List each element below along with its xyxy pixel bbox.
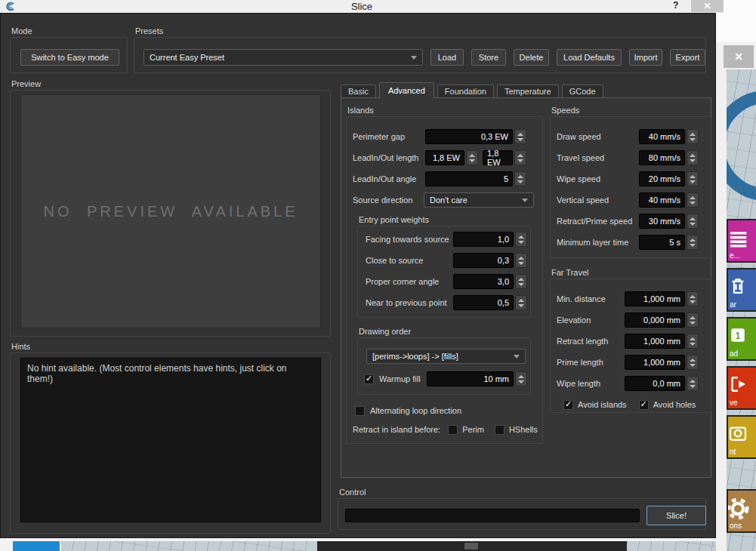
wipe-speed-stepper[interactable] (687, 171, 699, 186)
background-slice-button[interactable]: e... (727, 219, 756, 263)
no-preview-text: NO PREVIEW AVAILABLE (43, 203, 298, 220)
chevron-down-icon (514, 355, 520, 359)
load-stl-icon: 1 (727, 324, 751, 346)
drawing-order-select[interactable]: [perims->loops] -> [fills] (366, 349, 526, 364)
wipe-length-field[interactable]: 0,0 mm (625, 376, 685, 391)
leadinout-angle-field[interactable]: 5 (425, 171, 513, 186)
export-button[interactable]: Export (670, 49, 705, 66)
perimeter-gap-stepper[interactable] (514, 129, 526, 144)
switch-to-easy-mode-button[interactable]: Switch to Easy mode (20, 49, 119, 66)
window-title: Slice (0, 1, 724, 12)
help-button[interactable]: ? (673, 0, 678, 11)
proper-corner-angle-stepper[interactable] (515, 274, 527, 289)
background-options-button[interactable]: ons (727, 489, 756, 533)
source-direction-select[interactable]: Don't care (424, 192, 534, 208)
min-distance-field[interactable]: 1,000 mm (625, 291, 685, 306)
warmup-fill-stepper[interactable] (515, 371, 527, 386)
elevation-field[interactable]: 0,000 mm (625, 312, 685, 328)
close-icon[interactable]: ✕ (691, 0, 724, 12)
load-button[interactable]: Load (430, 49, 464, 66)
background-clear-button[interactable]: ar (727, 268, 756, 312)
far-travel-row: Elevation 0,000 mm (557, 312, 699, 328)
background-grid (627, 541, 716, 551)
far-travel-row: Prime length 1,000 mm (557, 355, 699, 370)
vertical-speed-field[interactable]: 40 mm/s (639, 192, 685, 208)
retract-length-label: Retract length (557, 337, 608, 346)
mode-group-label: Mode (11, 26, 32, 35)
facing-towards-source-stepper[interactable] (515, 232, 527, 247)
delete-button[interactable]: Delete (514, 49, 549, 66)
hints-group: Hints No hint available. (Most control e… (10, 352, 331, 534)
perimeter-gap-field[interactable]: 0,3 EW (425, 129, 513, 144)
leadinout-length-stepper-1[interactable] (466, 150, 478, 165)
retract-hshells-checkbox[interactable] (495, 425, 505, 435)
draw-speed-stepper[interactable] (687, 129, 699, 144)
preset-select[interactable]: Current Easy Preset (143, 49, 423, 66)
speed-row: Vertical speed 40 mm/s (557, 192, 699, 208)
leadinout-length-field-1[interactable]: 1,8 EW (425, 150, 464, 165)
background-slider-knob (464, 543, 478, 549)
retract-perim-label: Perim (462, 425, 484, 434)
perimeter-gap-row: Perimeter gap 0,3 EW (353, 129, 526, 144)
entry-weight-row: Close to source 0,3 (366, 253, 527, 268)
wipe-speed-label: Wipe speed (557, 174, 600, 183)
facing-towards-source-field[interactable]: 1,0 (453, 232, 514, 247)
avoid-islands-checkbox[interactable] (563, 400, 573, 410)
background-print-button[interactable]: nt (727, 415, 756, 459)
leadinout-length-label: LeadIn/Out length (353, 153, 418, 162)
hints-group-label: Hints (11, 342, 30, 351)
vertical-speed-stepper[interactable] (687, 192, 699, 208)
retract-prime-speed-stepper[interactable] (687, 214, 699, 229)
play-arrow-icon (727, 373, 751, 396)
tab-advanced[interactable]: Advanced (379, 82, 434, 98)
retract-length-stepper[interactable] (687, 334, 699, 349)
leadinout-length-stepper-2[interactable] (514, 150, 526, 165)
preview-group: Preview NO PREVIEW AVAILABLE (10, 90, 331, 337)
toolbar-button-label: e... (730, 251, 740, 260)
drawing-order-label: Drawing order (359, 327, 411, 336)
tab-temperature[interactable]: Temperature (497, 85, 559, 98)
near-to-previous-point-field[interactable]: 0,5 (453, 295, 514, 310)
slice-button[interactable]: Slice! (646, 506, 706, 525)
load-defaults-button[interactable]: Load Defaults (557, 49, 622, 66)
tab-gcode[interactable]: GCode (562, 85, 603, 98)
titlebar[interactable]: Slice ? ✕ (0, 0, 724, 13)
retract-perim-checkbox[interactable] (448, 425, 458, 435)
avoid-holes-checkbox[interactable] (639, 400, 649, 410)
slice-progress-bar (345, 509, 640, 522)
tab-basic[interactable]: Basic (341, 85, 376, 98)
elevation-stepper[interactable] (687, 312, 699, 328)
retract-prime-speed-field[interactable]: 30 mm/s (639, 214, 685, 229)
minimum-layer-time-stepper[interactable] (687, 235, 699, 250)
import-button[interactable]: Import (629, 49, 662, 66)
prime-length-field[interactable]: 1,000 mm (625, 355, 685, 370)
close-to-source-stepper[interactable] (515, 253, 527, 268)
wipe-speed-field[interactable]: 20 mm/s (639, 171, 685, 186)
near-to-previous-point-stepper[interactable] (515, 295, 527, 310)
leadinout-length-field-2[interactable]: 1,8 EW (483, 150, 513, 165)
proper-corner-angle-field[interactable]: 3,0 (453, 274, 514, 289)
draw-speed-field[interactable]: 40 mm/s (639, 129, 685, 144)
chevron-down-icon (411, 56, 417, 60)
wipe-length-stepper[interactable] (687, 376, 699, 391)
warmup-fill-checkbox[interactable] (364, 374, 374, 384)
store-button[interactable]: Store (471, 49, 506, 66)
background-save-button[interactable]: ve (727, 366, 756, 410)
retract-length-field[interactable]: 1,000 mm (625, 334, 685, 349)
tab-foundation[interactable]: Foundation (437, 85, 494, 98)
background-bottom-strip (0, 538, 716, 551)
background-load-button[interactable]: 1 ad (727, 317, 756, 361)
minimum-layer-time-field[interactable]: 5 s (639, 235, 685, 250)
travel-speed-field[interactable]: 80 mm/s (639, 150, 685, 165)
near-to-previous-point-label: Near to previous point (366, 298, 447, 307)
travel-speed-stepper[interactable] (687, 150, 699, 165)
drawing-order-group: Drawing order [perims->loops] -> [fills]… (357, 337, 531, 395)
leadinout-angle-stepper[interactable] (514, 171, 526, 186)
prime-length-stepper[interactable] (687, 355, 699, 370)
background-close-icon[interactable]: ✕ (724, 45, 754, 68)
close-to-source-field[interactable]: 0,3 (453, 253, 514, 268)
warmup-fill-field[interactable]: 10 mm (427, 371, 514, 386)
advanced-tab-panel: Islands Perimeter gap 0,3 EW LeadIn/Out … (341, 97, 711, 478)
min-distance-stepper[interactable] (687, 291, 699, 306)
alternating-loop-checkbox[interactable] (355, 406, 365, 416)
